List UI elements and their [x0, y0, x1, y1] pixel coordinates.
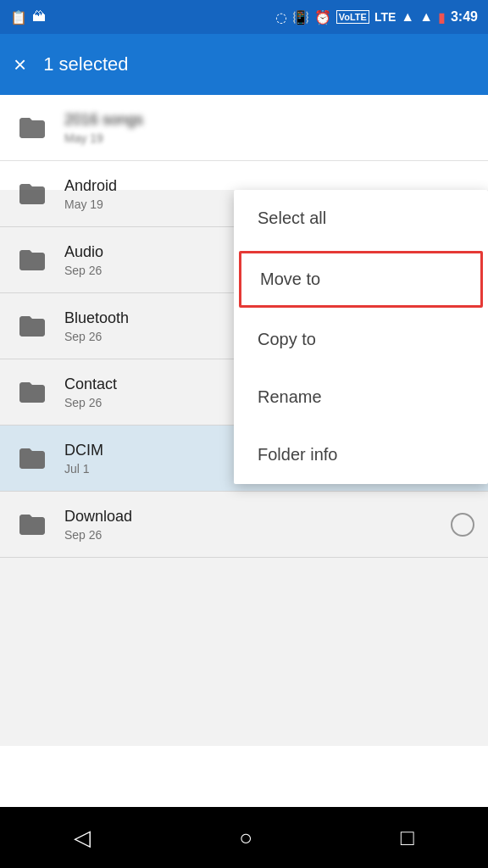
alarm-icon: ⏰: [314, 9, 331, 25]
status-bar: 📋 🏔 ◌ 📳 ⏰ VoLTE LTE ▲ ▲ ▮ 3:49: [0, 0, 488, 34]
recent-button[interactable]: □: [401, 825, 414, 851]
menu-item-select-all[interactable]: Select all: [234, 190, 488, 248]
file-date: May 19: [64, 131, 474, 145]
file-name: 2016 songs: [64, 111, 474, 129]
context-menu: Select all Move to Copy to Rename Folder…: [234, 190, 488, 484]
selected-count: 1 selected: [43, 53, 128, 75]
folder-icon: [14, 109, 51, 147]
volte-label: VoLTE: [336, 10, 369, 24]
app-bar: × 1 selected: [0, 34, 488, 95]
notification-icon: 📋: [10, 9, 27, 25]
menu-item-copy-to[interactable]: Copy to: [234, 311, 488, 369]
signal1-icon: ▲: [401, 9, 414, 25]
wifi-icon: ◌: [275, 9, 287, 25]
time-display: 3:49: [451, 9, 478, 25]
menu-item-move-to[interactable]: Move to: [239, 251, 483, 308]
back-button[interactable]: ◁: [74, 825, 91, 851]
vibrate-icon: 📳: [292, 9, 309, 25]
menu-item-folder-info[interactable]: Folder info: [234, 426, 488, 484]
home-button[interactable]: ○: [239, 825, 252, 851]
signal2-icon: ▲: [419, 9, 433, 25]
battery-icon: ▮: [438, 9, 446, 25]
image-icon: 🏔: [32, 9, 46, 25]
menu-item-rename[interactable]: Rename: [234, 369, 488, 426]
file-info: 2016 songs May 19: [64, 111, 474, 145]
close-button[interactable]: ×: [14, 52, 26, 78]
file-item-2016songs[interactable]: 2016 songs May 19: [0, 95, 488, 161]
nav-bar: ◁ ○ □: [0, 807, 488, 868]
main-content: 2016 songs May 19 Android May 19 Audio S…: [0, 95, 488, 807]
lte-label: LTE: [374, 10, 396, 24]
